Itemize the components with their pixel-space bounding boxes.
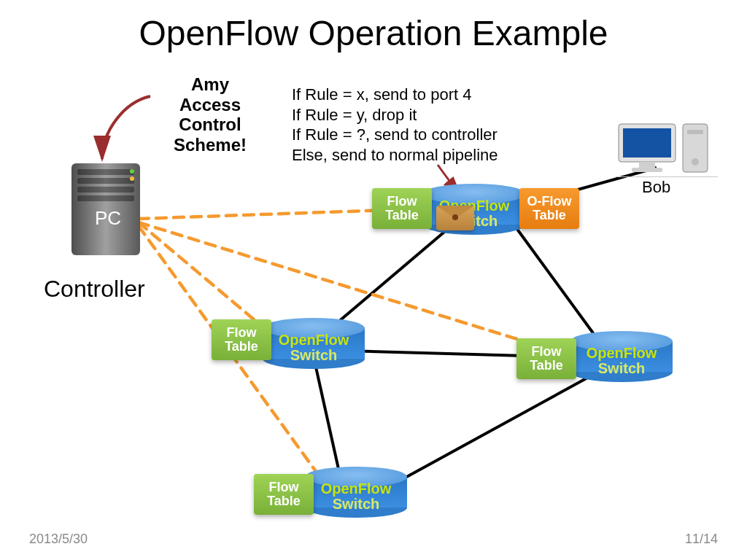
- amy-line: Access: [152, 95, 268, 115]
- amy-callout: Amy Access Control Scheme!: [152, 74, 268, 155]
- slide-title: OpenFlow Operation Example: [0, 13, 747, 53]
- svg-point-8: [692, 158, 699, 166]
- svg-rect-11: [639, 162, 655, 168]
- amy-line: Scheme!: [152, 135, 268, 155]
- divider: [616, 176, 718, 177]
- svg-rect-12: [632, 168, 662, 172]
- bob-label: Bob: [642, 178, 670, 197]
- flow-table-box: FlowTable: [212, 319, 271, 360]
- switch-line2: Switch: [598, 360, 645, 376]
- rule-line: If Rule = x, send to port 4: [292, 85, 498, 105]
- slide-date: 2013/5/30: [29, 532, 88, 547]
- switch-line2: Switch: [333, 496, 379, 512]
- rule-list: If Rule = x, send to port 4 If Rule = y,…: [292, 85, 498, 165]
- svg-rect-7: [687, 130, 703, 134]
- openflow-switch: OpenFlow Switch: [305, 467, 407, 518]
- openflow-switch: OpenFlow Switch: [570, 331, 673, 382]
- openflow-switch: OpenFlow Switch: [263, 318, 365, 369]
- switch-line1: OpenFlow: [321, 481, 392, 497]
- amy-line: Control: [152, 114, 268, 135]
- svg-rect-10: [623, 128, 671, 158]
- envelope-icon: [436, 206, 474, 230]
- pc-icon: [616, 120, 718, 178]
- switch-line1: OpenFlow: [587, 345, 657, 361]
- o-flow-table-box: O-FlowTable: [519, 188, 579, 229]
- switch-line1: OpenFlow: [279, 332, 349, 348]
- page-number: 11/14: [685, 532, 718, 547]
- flow-table-box: FlowTable: [254, 474, 314, 515]
- amy-line: Amy: [152, 74, 268, 95]
- rule-line: If Rule = ?, send to controller: [292, 125, 498, 145]
- rule-line: If Rule = y, drop it: [292, 105, 498, 125]
- flow-table-box: FlowTable: [372, 188, 432, 229]
- flow-table-box: FlowTable: [516, 338, 576, 379]
- rule-line: Else, send to normal pipeline: [292, 145, 498, 166]
- controller-label: Controller: [44, 276, 145, 303]
- switch-line2: Switch: [290, 347, 337, 363]
- pc-badge: PC: [95, 207, 121, 230]
